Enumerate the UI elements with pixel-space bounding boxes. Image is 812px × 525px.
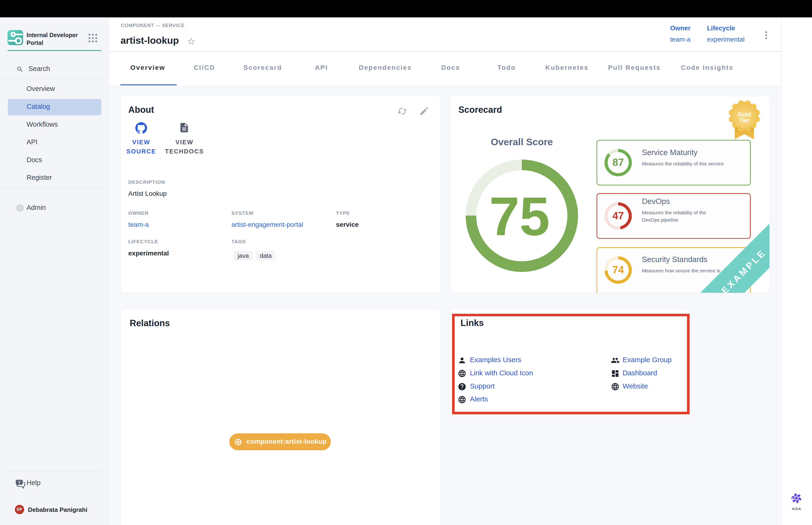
- svg-text:Gold: Gold: [738, 111, 751, 118]
- svg-text:Tier: Tier: [739, 117, 750, 124]
- svg-text:?: ?: [18, 480, 20, 485]
